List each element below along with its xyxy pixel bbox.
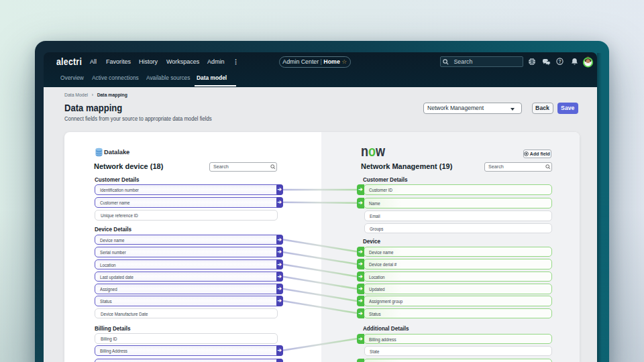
svg-text:?: ? — [558, 59, 561, 64]
